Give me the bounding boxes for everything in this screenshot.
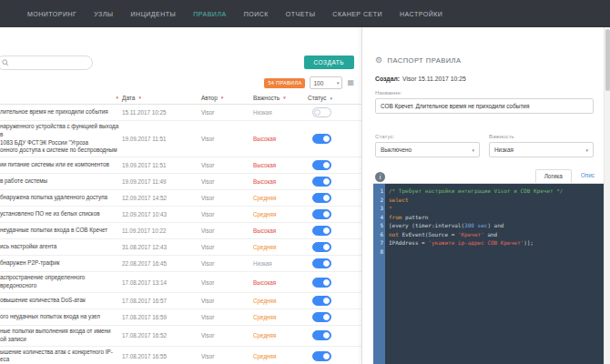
rule-author: Visor [201,298,253,304]
toggle-knob [323,228,330,234]
table-row[interactable]: овышение количества DoS-атак 17.08.2017 … [0,293,361,309]
table-row[interactable]: бнаружен P2P-трафик 22.08.2017 16:45 Vis… [0,256,361,272]
nav-items: МОНИТОРИНГУЗЛЫИНЦИДЕНТЫПРАВИЛАПОИСКОТЧЕТ… [27,11,442,17]
table-row[interactable]: лительное время не приходили события 15.… [0,105,361,121]
rule-name: ись настройки агента [0,241,122,253]
panel-title: ⚙ ПАСПОРТ ПРАВИЛА [375,56,594,65]
nav-item[interactable]: ИНЦИДЕНТЫ [131,11,177,17]
create-rule-button[interactable]: СОЗДАТЬ [304,56,355,69]
rule-toggle[interactable] [312,226,331,236]
nav-item[interactable]: НАСТРОЙКИ [400,11,442,17]
panel-title-label: ПАСПОРТ ПРАВИЛА [388,56,462,65]
columns-icon[interactable]: ▦ [347,79,354,86]
toggle-knob [323,260,330,267]
gear-icon: ⚙ [375,56,383,65]
rule-date: 19.09.2017 11:51 [122,136,201,142]
created-value: Visor 15.11.2017 10:25 [402,76,466,82]
rule-name: ные попытки выполнения входа от имениой … [0,326,122,346]
toggle-knob [323,244,330,250]
rule-name: наруженного устройства с функцией выхода… [0,121,122,157]
rule-severity: Средняя [253,298,308,304]
table-row[interactable]: ышение количества атак с конкретного IP-… [0,347,361,364]
table-row[interactable]: ого неудачных попыток входа на узел 17.0… [0,309,361,326]
rule-severity: Средняя [253,211,308,217]
chevron-down-icon: ▾ [585,147,588,153]
rule-author: Visor [201,211,253,217]
toggle-knob [314,109,320,116]
code-editor[interactable]: 12345678 /* Требует настройки интеграции… [373,183,604,364]
passport-tab[interactable]: Опис [572,168,604,182]
col-severity-label: Важность [253,95,280,101]
rule-toggle[interactable] [312,296,331,306]
rule-name: аспространение определенного вредоносног… [0,272,122,292]
rule-toggle[interactable] [312,193,331,203]
code-content[interactable]: /* Требует настройки интеграции Visor и … [385,184,563,364]
table-row[interactable]: установлено ПО не из белых списков 12.09… [0,207,361,223]
table-row[interactable]: в работе системы 19.09.2017 11:49 Visor … [0,174,361,190]
chevron-down-icon: ▾ [472,147,474,153]
scrollbar-thumb[interactable] [605,29,610,91]
table-row[interactable]: ии питание системы или ее компонентов 19… [0,157,361,174]
rule-date: 17.08.2017 16:57 [122,298,201,304]
search-input[interactable] [12,59,85,66]
info-icon[interactable]: i [375,172,385,182]
nav-item[interactable]: ПОИСК [244,11,269,17]
rule-toggle[interactable] [312,312,331,322]
rule-toggle[interactable] [312,160,331,170]
col-status-label: Статус [308,95,327,101]
nav-item[interactable]: УЗЛЫ [94,11,113,17]
rule-name-input[interactable] [375,98,594,114]
rule-severity: Высокая [253,228,308,234]
nav-item[interactable]: СКАНЕР СЕТИ [332,11,382,17]
page-scrollbar[interactable] [604,27,610,364]
rule-toggle[interactable] [312,258,331,268]
rule-toggle[interactable] [312,177,331,187]
rule-name: ышение количества атак с конкретного IP-… [0,347,122,364]
toggle-knob [323,298,330,304]
status-select[interactable]: Выключено ▾ [375,142,480,157]
nav-item[interactable]: МОНИТОРИНГ [27,11,76,17]
rule-author: Visor [201,332,253,339]
rules-list-pane: СОЗДАТЬ 54 ПРАВИЛА 100 ▾ ▦ ▼ Дата▼ Автор… [0,27,361,364]
col-author[interactable]: Автор▼ [201,95,253,101]
rule-date: 19.09.2017 11:49 [122,178,201,185]
col-status[interactable]: Статус▾ [308,95,361,101]
table-row[interactable]: бнаружена попытка удаленного доступа 12.… [0,190,361,207]
rule-date: 22.08.2017 16:45 [122,260,201,267]
table-row[interactable]: ные попытки выполнения входа от имениой … [0,326,361,347]
rule-date: 15.11.2017 10:25 [122,109,201,116]
toggle-knob [323,178,330,185]
nav-item[interactable]: ОТЧЕТЫ [286,11,316,17]
severity-select[interactable]: Низкая ▾ [489,142,594,157]
rule-toggle[interactable] [312,209,331,219]
col-severity[interactable]: Важность▼ [253,95,308,101]
severity-label: Важность [489,133,594,139]
col-date[interactable]: Дата▼ [122,95,201,101]
table-row[interactable]: аспространение определенного вредоносног… [0,272,361,293]
passport-tab[interactable]: Логика [535,169,572,183]
rules-count-badge: 54 ПРАВИЛА [264,78,305,88]
table-row[interactable]: ись настройки агента 31.08.2017 12:43 Vi… [0,239,361,256]
search-box[interactable] [0,56,93,70]
rule-toggle[interactable] [312,278,331,288]
rule-severity: Низкая [253,109,308,116]
rule-author: Visor [201,228,253,234]
name-label: Название: [375,89,594,96]
table-row[interactable]: неудачные попытки входа в СОВ Кречет 11.… [0,223,361,239]
sort-icon: ▼ [137,96,141,100]
created-info: Создал:Visor 15.11.2017 10:25 [375,76,594,82]
rule-toggle[interactable] [312,107,331,117]
page-size-select[interactable]: 100 ▾ [310,76,342,89]
rule-toggle[interactable] [312,351,331,361]
rule-toggle[interactable] [312,242,331,252]
rule-toggle[interactable] [312,134,331,144]
rule-date: 19.09.2017 11:51 [122,162,201,168]
rule-name: бнаружена попытка удаленного доступа [0,192,122,204]
chevron-down-icon: ▾ [337,80,340,86]
col-name[interactable]: ▼ [0,96,122,100]
severity-value: Низкая [494,147,513,153]
table-row[interactable]: наруженного устройства с функцией выхода… [0,121,361,157]
nav-item[interactable]: ПРАВИЛА [193,11,226,17]
rule-toggle[interactable] [312,330,331,340]
created-label: Создал: [375,76,400,82]
